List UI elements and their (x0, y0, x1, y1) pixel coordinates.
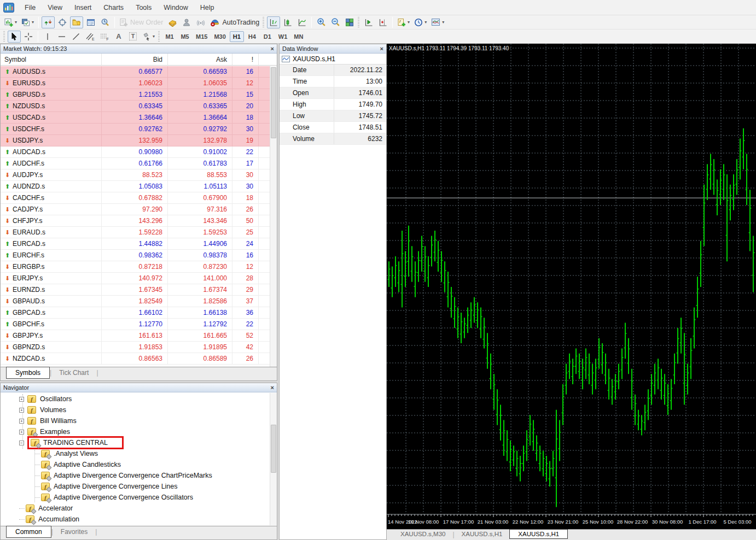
toolbar-grip[interactable] (263, 17, 264, 28)
community-button[interactable] (180, 16, 193, 28)
strategy-tester-button[interactable] (98, 16, 112, 28)
signals-button[interactable] (194, 16, 207, 28)
text-label-tool[interactable]: T (126, 31, 139, 43)
new-chart-button[interactable]: ▾ (3, 16, 19, 28)
tree-item-adaptive-candlesticks[interactable]: fAdaptive Candlesticks (1, 459, 269, 470)
tree-item-volumes[interactable]: +fVolumes (1, 404, 269, 415)
tree-item-accelerator[interactable]: fAccelerator (1, 503, 269, 514)
tree-item-bill-williams[interactable]: +fBill Williams (1, 415, 269, 426)
tile-windows-button[interactable] (343, 16, 356, 28)
tree-item-accumulation[interactable]: fAccumulation (1, 514, 269, 525)
table-row[interactable]: ⬇EURUSD.s1.060231.0603512 (1, 78, 277, 89)
toolbar-grip[interactable] (158, 31, 160, 42)
column-header-ask[interactable]: Ask (168, 54, 232, 65)
table-row[interactable]: ⬆NZDUSD.s0.633450.6336520 (1, 101, 277, 112)
horizontal-line-tool[interactable] (55, 31, 68, 43)
table-row[interactable]: ⬆EURCHF.s0.983620.9837816 (1, 250, 277, 261)
tree-item-adaptive-divergence-convergence-lines[interactable]: fAdaptive Divergence Convergence Lines (1, 481, 269, 492)
fibonacci-tool[interactable]: F (98, 31, 111, 43)
table-row[interactable]: ⬆GBPCHF.s1.127701.1279222 (1, 319, 277, 330)
profiles-button[interactable]: ▾ (20, 16, 36, 28)
timeframe-mn[interactable]: MN (291, 31, 306, 42)
tab-common[interactable]: Common (6, 526, 51, 538)
expand-icon[interactable]: + (19, 419, 24, 424)
arrows-tool[interactable]: ▾ (141, 31, 156, 43)
table-row[interactable]: ⬇EURGBP.s0.872180.8723012 (1, 261, 277, 273)
expand-icon[interactable]: + (19, 408, 24, 413)
menu-help[interactable]: Help (194, 2, 220, 14)
timeframe-h1[interactable]: H1 (230, 31, 244, 42)
table-row[interactable]: ⬆AUDUSD.s0.665770.6659316 (1, 66, 277, 78)
zoom-out-button[interactable] (329, 16, 342, 28)
expand-icon[interactable]: + (19, 397, 24, 402)
menu-insert[interactable]: Insert (68, 2, 97, 14)
bar-chart-button[interactable] (267, 16, 280, 28)
toolbar-grip[interactable] (358, 17, 359, 28)
cursor-tool[interactable] (8, 31, 21, 43)
auto-scroll-button[interactable] (362, 16, 375, 28)
table-row[interactable]: ⬆AUDCAD.s0.909800.9100222 (1, 146, 277, 158)
tree-item-adaptive-divergence-convergence-oscillators[interactable]: fAdaptive Divergence Convergence Oscilla… (1, 492, 269, 503)
tab-favorites[interactable]: Favorites (53, 526, 95, 537)
terminal-toggle[interactable] (84, 16, 97, 28)
chart-shift-button[interactable] (376, 16, 389, 28)
chevron-down-icon[interactable]: ▾ (442, 20, 444, 25)
timeframe-h4[interactable]: H4 (245, 31, 259, 42)
market-watch-toggle[interactable] (42, 16, 55, 28)
table-row[interactable]: ⬇CADCHF.s0.678820.6790018 (1, 192, 277, 204)
metaeditor-button[interactable] (166, 16, 179, 28)
table-row[interactable]: ⬇NZDCAD.s0.865630.8658926 (1, 353, 277, 365)
table-row[interactable]: ⬆USDCAD.s1.366461.3666418 (1, 112, 277, 124)
menu-view[interactable]: View (42, 2, 68, 14)
table-row[interactable]: ⬇EURAUD.s1.592281.5925325 (1, 227, 277, 238)
column-header-symbol[interactable]: Symbol (1, 54, 102, 65)
zoom-in-button[interactable] (315, 16, 328, 28)
scrollbar-thumb[interactable] (271, 425, 276, 473)
table-row[interactable]: ⬆GBPUSD.s1.215531.2156815 (1, 89, 277, 101)
timeframe-w1[interactable]: W1 (276, 31, 290, 42)
crosshair-tool[interactable] (22, 31, 35, 43)
autotrading-button[interactable]: AutoTrading (208, 16, 261, 28)
tab-symbols[interactable]: Symbols (6, 367, 50, 379)
tree-item-trading-central[interactable]: −fTRADING CENTRAL (1, 437, 269, 448)
periods-button[interactable]: ▾ (412, 16, 428, 28)
table-row[interactable]: ⬇EURNZD.s1.673451.6737429 (1, 284, 277, 296)
tree-item-adaptive-divergence-convergence-chartpricemarks[interactable]: fAdaptive Divergence Convergence ChartPr… (1, 470, 269, 481)
price-chart[interactable]: XAUUSD.s,H1 1793.11 1794.39 1793.11 1793… (387, 44, 756, 529)
table-row[interactable]: ⬇EURJPY.s140.972141.00028 (1, 273, 277, 284)
tree-item-oscillators[interactable]: +fOscillators (1, 394, 269, 404)
close-icon[interactable]: × (271, 46, 274, 51)
tab-tick-chart[interactable]: Tick Chart (51, 367, 96, 378)
data-window-toggle[interactable] (56, 16, 69, 28)
table-row[interactable]: ⬇GBPNZD.s1.918531.9189542 (1, 342, 277, 353)
table-row[interactable]: ⬆USDCHF.s0.927620.9279230 (1, 124, 277, 135)
tree-item-examples[interactable]: +fExamples (1, 426, 269, 437)
market-watch-scrollbar[interactable] (270, 66, 277, 367)
table-row[interactable]: ⬇CADJPY.s97.29097.31626 (1, 204, 277, 215)
menu-tools[interactable]: Tools (130, 2, 158, 14)
menu-file[interactable]: File (19, 2, 42, 14)
chevron-down-icon[interactable]: ▾ (408, 20, 410, 25)
chart-tab-0[interactable]: XAUUSD.s,M30 (393, 530, 452, 538)
table-row[interactable]: ⬆AUDCHF.s0.617660.6178317 (1, 158, 277, 169)
timeframe-m1[interactable]: M1 (162, 31, 177, 42)
table-row[interactable]: ⬇CHFJPY.s143.296143.34650 (1, 215, 277, 227)
collapse-icon[interactable]: − (19, 441, 24, 445)
timeframe-m5[interactable]: M5 (178, 31, 192, 42)
table-row[interactable]: ⬆AUDNZD.s1.050831.0511330 (1, 181, 277, 192)
table-row[interactable]: ⬇USDJPY.s132.959132.97819 (1, 135, 277, 146)
table-row[interactable]: ⬇GBPAUD.s1.825491.8258637 (1, 296, 277, 307)
navigator-scrollbar[interactable] (270, 393, 277, 525)
expand-icon[interactable]: + (19, 430, 24, 435)
candlestick-button[interactable] (281, 16, 294, 28)
chevron-down-icon[interactable]: ▾ (32, 20, 34, 25)
market-watch-titlebar[interactable]: Market Watch: 09:15:23 × (1, 44, 277, 54)
column-header-spread[interactable]: ! (232, 54, 259, 65)
menu-window[interactable]: Window (158, 2, 194, 14)
close-icon[interactable]: × (271, 385, 274, 390)
table-row[interactable]: ⬆GBPCAD.s1.661021.6613836 (1, 307, 277, 319)
column-header-bid[interactable]: Bid (102, 54, 168, 65)
text-tool[interactable]: A (112, 31, 125, 43)
new-order-button[interactable]: New Order (118, 16, 165, 28)
navigator-titlebar[interactable]: Navigator × (1, 383, 277, 392)
